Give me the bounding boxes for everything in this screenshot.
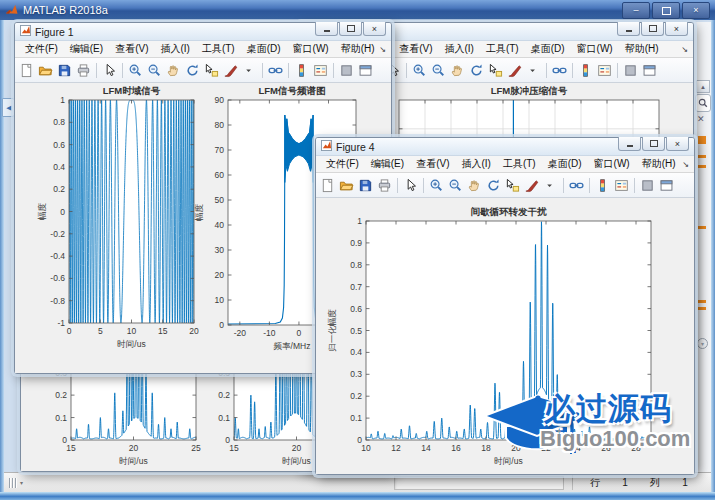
- menu-item-4[interactable]: 工具(T): [196, 42, 241, 56]
- open-folder-icon[interactable]: [338, 177, 355, 194]
- minimize-button[interactable]: [315, 22, 338, 36]
- zoom-out-icon[interactable]: [447, 177, 464, 194]
- save-icon[interactable]: [56, 62, 73, 79]
- menu-item-7[interactable]: 帮助(H): [619, 42, 665, 56]
- zoom-out-icon[interactable]: [430, 62, 447, 79]
- dropdown-caret-icon[interactable]: [542, 177, 559, 194]
- undock-figure-icon[interactable]: [357, 62, 374, 79]
- svg-text:频率/MHz: 频率/MHz: [274, 341, 311, 351]
- window-titlebar[interactable]: Figure 4 ×: [316, 138, 694, 156]
- rotate-3d-icon[interactable]: [485, 177, 502, 194]
- brush-icon[interactable]: [222, 62, 239, 79]
- menu-overflow-arrow[interactable]: ↘: [682, 160, 689, 169]
- close-button[interactable]: ×: [666, 137, 689, 151]
- insert-colorbar-icon[interactable]: [293, 62, 310, 79]
- menu-item-2[interactable]: 查看(V): [393, 42, 438, 56]
- menu-item-5[interactable]: 桌面(D): [525, 42, 571, 56]
- annotation-marker[interactable]: [698, 136, 706, 144]
- data-cursor-icon[interactable]: [487, 62, 504, 79]
- menu-item-0[interactable]: 文件(F): [320, 157, 365, 171]
- close-button[interactable]: ×: [363, 22, 386, 36]
- close-icon[interactable]: ✕: [697, 114, 705, 124]
- rotate-3d-icon[interactable]: [468, 62, 485, 79]
- close-button[interactable]: ×: [682, 2, 710, 19]
- rotate-3d-icon[interactable]: [184, 62, 201, 79]
- open-folder-icon[interactable]: [37, 62, 54, 79]
- close-button[interactable]: ×: [665, 22, 688, 36]
- dock-figure-icon[interactable]: [622, 62, 639, 79]
- annotation-marker[interactable]: [698, 307, 706, 310]
- link-plots-icon[interactable]: [568, 177, 585, 194]
- menu-item-6[interactable]: 窗口(W): [588, 157, 636, 171]
- search-icon[interactable]: [695, 94, 711, 112]
- menu-item-1[interactable]: 编辑(E): [365, 157, 410, 171]
- new-document-icon[interactable]: [319, 177, 336, 194]
- annotation-marker[interactable]: [698, 165, 706, 168]
- maximize-button[interactable]: [339, 22, 362, 36]
- annotation-marker[interactable]: [698, 155, 706, 158]
- insert-legend-icon[interactable]: [613, 177, 630, 194]
- pan-hand-icon[interactable]: [466, 177, 483, 194]
- menu-overflow-arrow[interactable]: ↘: [681, 45, 688, 54]
- print-icon[interactable]: [75, 62, 92, 79]
- scroll-jump-icon[interactable]: ▾: [697, 338, 708, 349]
- link-plots-icon[interactable]: [267, 62, 284, 79]
- brush-icon[interactable]: [506, 62, 523, 79]
- menu-item-1[interactable]: 编辑(E): [64, 42, 109, 56]
- menu-item-3[interactable]: 插入(I): [154, 42, 195, 56]
- pointer-arrow-icon[interactable]: [101, 62, 118, 79]
- new-document-icon[interactable]: [18, 62, 35, 79]
- main-window-titlebar[interactable]: MATLAB R2018a –×: [0, 0, 715, 20]
- insert-legend-icon[interactable]: [312, 62, 329, 79]
- dropdown-caret-icon[interactable]: [241, 62, 258, 79]
- brush-icon[interactable]: [523, 177, 540, 194]
- menu-item-6[interactable]: 窗口(W): [287, 42, 335, 56]
- insert-colorbar-icon[interactable]: [594, 177, 611, 194]
- window-border-bottom: [0, 492, 715, 500]
- minimize-button[interactable]: [618, 137, 641, 151]
- minimize-button[interactable]: [617, 22, 640, 36]
- menu-item-2[interactable]: 查看(V): [109, 42, 154, 56]
- dock-figure-icon[interactable]: [338, 62, 355, 79]
- link-plots-icon[interactable]: [551, 62, 568, 79]
- data-cursor-icon[interactable]: [504, 177, 521, 194]
- annotation-marker[interactable]: [698, 300, 706, 303]
- maximize-button[interactable]: [652, 2, 680, 19]
- menu-item-3[interactable]: 插入(I): [455, 157, 496, 171]
- undock-figure-icon[interactable]: [658, 177, 675, 194]
- menu-item-0[interactable]: 文件(F): [19, 42, 64, 56]
- insert-legend-icon[interactable]: [596, 62, 613, 79]
- menu-item-4[interactable]: 工具(T): [497, 157, 542, 171]
- maximize-button[interactable]: [642, 137, 665, 151]
- print-icon[interactable]: [376, 177, 393, 194]
- annotation-marker[interactable]: [698, 226, 706, 229]
- data-cursor-icon[interactable]: [203, 62, 220, 79]
- minimize-button[interactable]: –: [622, 2, 650, 19]
- zoom-in-icon[interactable]: [428, 177, 445, 194]
- pan-hand-icon[interactable]: [165, 62, 182, 79]
- save-icon[interactable]: [357, 177, 374, 194]
- menu-item-5[interactable]: 桌面(D): [542, 157, 588, 171]
- menu-item-6[interactable]: 窗口(W): [571, 42, 619, 56]
- col-label: 列: [650, 476, 660, 490]
- undock-figure-icon[interactable]: [641, 62, 658, 79]
- maximize-button[interactable]: [641, 22, 664, 36]
- menu-item-3[interactable]: 插入(I): [438, 42, 479, 56]
- window-titlebar[interactable]: Figure 1 ×: [15, 23, 391, 41]
- zoom-in-icon[interactable]: [127, 62, 144, 79]
- pointer-arrow-icon[interactable]: [402, 177, 419, 194]
- zoom-out-icon[interactable]: [146, 62, 163, 79]
- menu-item-7[interactable]: 帮助(H): [636, 157, 682, 171]
- dropdown-caret-icon[interactable]: [525, 62, 542, 79]
- menu-item-4[interactable]: 工具(T): [480, 42, 525, 56]
- dock-figure-icon[interactable]: [639, 177, 656, 194]
- figure-menubar: 文件(F)编辑(E)查看(V)插入(I)工具(T)桌面(D)窗口(W)帮助(H)…: [15, 41, 391, 58]
- pan-hand-icon[interactable]: [449, 62, 466, 79]
- menu-overflow-arrow[interactable]: ↘: [379, 45, 386, 54]
- menu-item-5[interactable]: 桌面(D): [241, 42, 287, 56]
- scroll-up-arrow[interactable]: ▲: [696, 80, 710, 93]
- zoom-in-icon[interactable]: [411, 62, 428, 79]
- menu-item-7[interactable]: 帮助(H): [335, 42, 381, 56]
- menu-item-2[interactable]: 查看(V): [410, 157, 455, 171]
- insert-colorbar-icon[interactable]: [577, 62, 594, 79]
